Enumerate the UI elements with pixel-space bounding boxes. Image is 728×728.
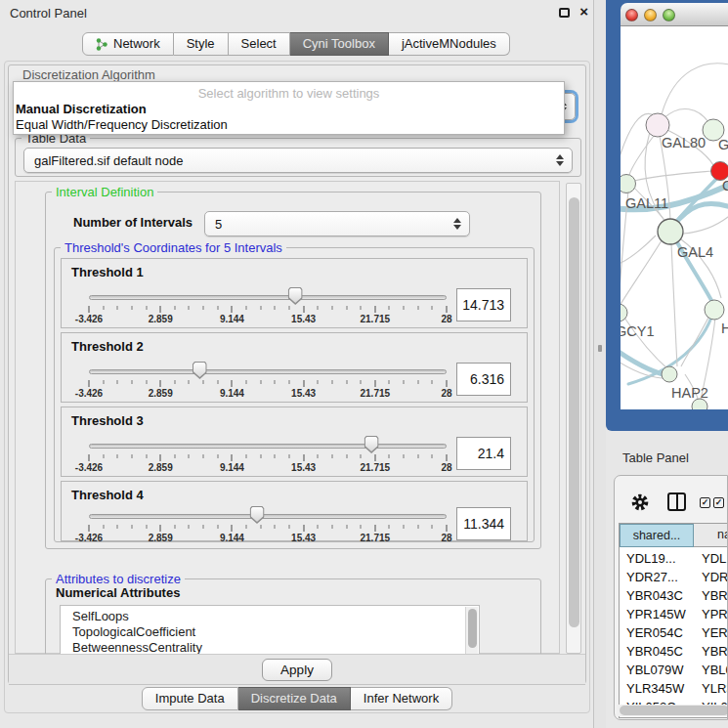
- table-toolbar: ✓ ✓: [615, 476, 727, 521]
- node-label: GAL11: [625, 195, 668, 211]
- apply-bar: Apply: [9, 654, 585, 685]
- threshold-3-slider[interactable]: -3.4262.8599.14415.4321.71528: [85, 435, 450, 474]
- scrollbar-thumb[interactable]: [569, 197, 579, 627]
- table-data-value: galFiltered.sif default node: [34, 153, 183, 168]
- tab-style[interactable]: Style: [174, 32, 229, 56]
- thresholds-group: Threshold's Coordinates for 5 Intervals …: [54, 247, 535, 542]
- threshold-2-label: Threshold 2: [71, 339, 144, 354]
- combo-arrows-icon: [556, 154, 563, 166]
- threshold-2-slider[interactable]: -3.4262.8599.14415.4321.71528: [85, 361, 450, 400]
- table-row[interactable]: YDR27...YDR2: [620, 568, 728, 586]
- tab-infer-network[interactable]: Infer Network: [351, 687, 452, 710]
- tab-jactivemnodules[interactable]: jActiveMNodules: [389, 32, 510, 56]
- threshold-1-slider[interactable]: -3.4262.8599.14415.4321.71528: [85, 286, 450, 325]
- threshold-2-value[interactable]: 6.316: [456, 363, 511, 396]
- threshold-2-panel: Threshold 2 -3.4262.8599.14415.4321.7152…: [61, 332, 528, 403]
- node-right-mid[interactable]: [705, 300, 724, 320]
- attributes-group-title: Attributes to discretize: [52, 572, 185, 586]
- node-gal11[interactable]: [621, 175, 636, 193]
- tab-impute-data[interactable]: Impute Data: [142, 687, 238, 710]
- bottom-tab-bar: Impute Data Discretize Data Infer Networ…: [0, 687, 594, 710]
- table-row[interactable]: YLR345WYLR3: [620, 679, 728, 698]
- slider-thumb[interactable]: [364, 436, 379, 453]
- algorithm-dropdown-popup: Select algorithm to view settings Manual…: [13, 81, 565, 135]
- threshold-1-label: Threshold 1: [71, 265, 144, 279]
- thresholds-group-title: Threshold's Coordinates for 5 Intervals: [61, 240, 286, 255]
- settings-scroll-area: Interval Definition Number of Intervals …: [15, 181, 560, 654]
- network-canvas[interactable]: GAL80 G C GAL11 GAL4 GCY1 H HAP2: [621, 26, 728, 409]
- num-intervals-combo[interactable]: 5: [204, 211, 470, 236]
- panel-title: Control Panel: [10, 6, 87, 21]
- checkbox-icon[interactable]: ✓: [700, 497, 710, 508]
- node-gal80[interactable]: [646, 113, 669, 137]
- table-horizontal-scrollbar[interactable]: [617, 705, 727, 716]
- threshold-4-label: Threshold 4: [71, 488, 144, 502]
- table-row[interactable]: YBL079WYBL0: [620, 661, 728, 679]
- slider-thumb[interactable]: [193, 362, 207, 379]
- close-traffic-light-icon[interactable]: [625, 9, 638, 21]
- split-column-icon[interactable]: [667, 492, 686, 511]
- threshold-4-value[interactable]: 11.344: [456, 507, 511, 540]
- apply-button[interactable]: Apply: [262, 659, 332, 681]
- dropdown-option-equal-width[interactable]: Equal Width/Frequency Discretization: [16, 117, 228, 132]
- num-intervals-label: Number of Intervals: [73, 215, 193, 230]
- top-tab-bar: Network Style Select Cyni Toolbox jActiv…: [82, 32, 510, 56]
- scrollbar-thumb[interactable]: [620, 706, 728, 715]
- numerical-attributes-list[interactable]: SelfLoops TopologicalCoefficient Between…: [60, 605, 480, 656]
- network-window-titlebar[interactable]: [621, 3, 728, 26]
- table-row[interactable]: YER054CYER0: [620, 623, 728, 642]
- tab-network[interactable]: Network: [82, 32, 174, 56]
- node-label: HAP2: [671, 385, 708, 401]
- node-label: C: [722, 178, 728, 193]
- tab-discretize-data[interactable]: Discretize Data: [238, 687, 351, 710]
- table-data-combo[interactable]: galFiltered.sif default node: [23, 148, 573, 173]
- divider-grip[interactable]: [598, 345, 602, 352]
- gear-icon[interactable]: [630, 492, 650, 512]
- float-window-icon[interactable]: [559, 8, 570, 18]
- table-row[interactable]: YPR145WYPR1: [620, 605, 728, 623]
- tab-select[interactable]: Select: [229, 32, 290, 56]
- cyni-toolbox-panel: Discretization Algorithm Select algorith…: [8, 64, 586, 684]
- panel-divider[interactable]: [594, 0, 606, 728]
- threshold-4-panel: Threshold 4 -3.4262.8599.14415.4321.7152…: [61, 481, 528, 541]
- tab-cyni-toolbox[interactable]: Cyni Toolbox: [290, 32, 389, 56]
- table-row[interactable]: YDL19...YDL1: [620, 549, 728, 568]
- tab-label: Network: [113, 33, 160, 55]
- numerical-attributes-label: Numerical Attributes: [56, 585, 180, 600]
- interval-definition-title: Interval Definition: [52, 185, 157, 199]
- minimize-traffic-light-icon[interactable]: [644, 9, 657, 21]
- table-data-group: Table Data galFiltered.sif default node: [15, 138, 581, 177]
- node-label: H: [721, 321, 728, 336]
- settings-vertical-scrollbar[interactable]: [566, 183, 581, 654]
- control-panel-titlebar: Control Panel ×: [0, 0, 593, 25]
- algorithm-group-title: Discretization Algorithm: [22, 67, 155, 82]
- node-table: shared... na YDL19...YDL1 YDR27...YDR2 Y…: [619, 523, 728, 718]
- list-item[interactable]: SelfLoops: [61, 606, 479, 624]
- checkbox-icon[interactable]: ✓: [713, 497, 724, 508]
- threshold-3-value[interactable]: 21.4: [456, 437, 511, 470]
- table-row[interactable]: YBR045CYBR0: [620, 642, 728, 661]
- threshold-4-slider[interactable]: -3.4262.8599.14415.4321.71528: [85, 505, 450, 544]
- threshold-3-label: Threshold 3: [71, 413, 144, 428]
- list-scrollbar[interactable]: [465, 607, 478, 654]
- column-header-shared[interactable]: shared...: [620, 524, 694, 547]
- slider-thumb[interactable]: [288, 287, 303, 305]
- node-hap2[interactable]: [662, 366, 677, 382]
- attributes-group: Attributes to discretize Numerical Attri…: [45, 578, 541, 664]
- close-icon[interactable]: ×: [579, 3, 588, 20]
- network-view-window: GAL80 G C GAL11 GAL4 GCY1 H HAP2: [606, 0, 728, 431]
- list-item[interactable]: TopologicalCoefficient: [61, 624, 479, 640]
- dropdown-option-manual[interactable]: Manual Discretization: [16, 102, 147, 116]
- num-intervals-value: 5: [215, 217, 222, 232]
- node-label: G: [718, 137, 728, 152]
- table-row[interactable]: YBR043CYBR0: [620, 586, 728, 605]
- column-header-name[interactable]: na: [694, 524, 728, 547]
- threshold-1-value[interactable]: 14.713: [456, 288, 511, 321]
- node-gal4[interactable]: [658, 219, 683, 244]
- control-panel: Control Panel × Network Style Select Cyn…: [0, 0, 594, 728]
- node-label: GAL4: [677, 244, 713, 260]
- zoom-traffic-light-icon[interactable]: [663, 9, 675, 21]
- combo-arrows-icon: [453, 218, 460, 230]
- node-gcy1[interactable]: [621, 304, 627, 321]
- slider-thumb[interactable]: [250, 506, 265, 524]
